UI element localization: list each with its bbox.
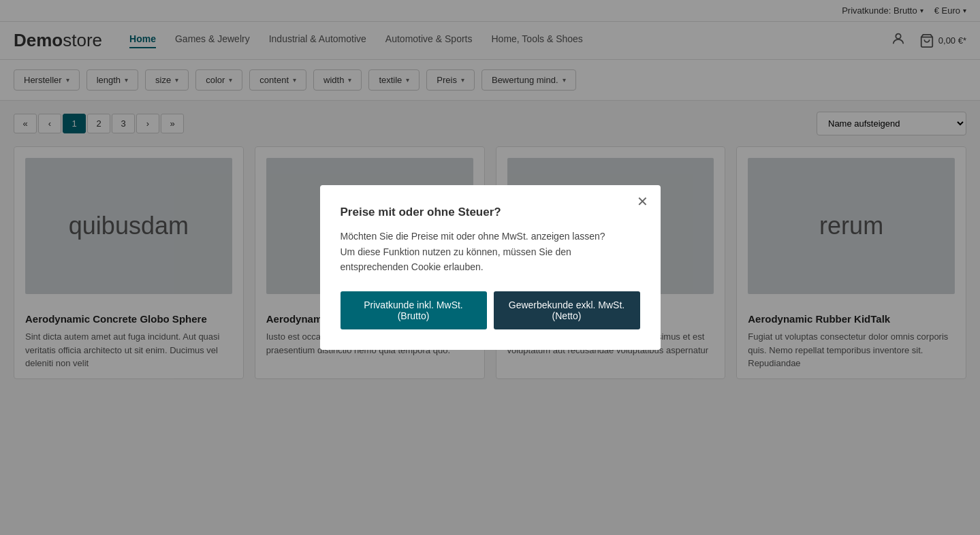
privatkunde-button[interactable]: Privatkunde inkl. MwSt. (Brutto) — [341, 291, 487, 329]
modal-body-text: Möchten Sie die Preise mit oder ohne MwS… — [341, 231, 605, 272]
modal-title: Preise mit oder ohne Steuer? — [341, 206, 640, 219]
modal-overlay[interactable]: ✕ Preise mit oder ohne Steuer? Möchten S… — [0, 0, 980, 393]
modal-body: Möchten Sie die Preise mit oder ohne MwS… — [341, 229, 640, 274]
modal-buttons: Privatkunde inkl. MwSt. (Brutto) Gewerbe… — [341, 291, 640, 329]
modal-close-button[interactable]: ✕ — [637, 195, 648, 208]
gewerbekunde-button[interactable]: Gewerbekunde exkl. MwSt. (Netto) — [494, 291, 640, 329]
modal: ✕ Preise mit oder ohne Steuer? Möchten S… — [320, 185, 661, 349]
